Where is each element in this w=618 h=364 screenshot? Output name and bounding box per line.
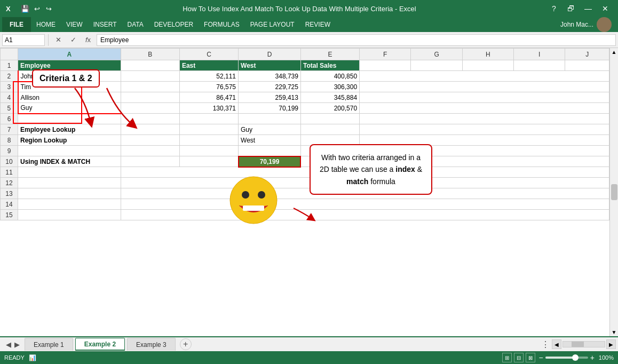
cell-b4[interactable] bbox=[121, 92, 179, 103]
cell-a4[interactable]: Allison bbox=[18, 92, 121, 103]
formula-input[interactable] bbox=[97, 34, 616, 46]
cell-c2[interactable]: 52,111 bbox=[179, 71, 238, 82]
col-header-f[interactable]: F bbox=[360, 49, 411, 60]
cell-reference-box[interactable]: A1 bbox=[2, 34, 45, 46]
col-header-d[interactable]: D bbox=[239, 49, 301, 60]
cell-e5[interactable]: 200,570 bbox=[300, 103, 359, 114]
zoom-slider-thumb[interactable] bbox=[572, 354, 579, 361]
scroll-up-button[interactable]: ▲ bbox=[612, 49, 617, 55]
page-layout-view-button[interactable]: ⊟ bbox=[514, 353, 524, 362]
cell-e1[interactable]: Total Sales bbox=[300, 60, 359, 71]
cell-c3[interactable]: 76,575 bbox=[179, 82, 238, 92]
pagelayout-menu[interactable]: PAGE LAYOUT bbox=[245, 17, 300, 32]
zoom-plus-button[interactable]: + bbox=[590, 353, 595, 362]
help-button[interactable]: ? bbox=[545, 0, 562, 17]
col-header-c[interactable]: C bbox=[179, 49, 238, 60]
h-scroll-left-button[interactable]: ◀ bbox=[552, 339, 561, 349]
cell-b9[interactable] bbox=[121, 146, 179, 156]
view-menu[interactable]: VIEW bbox=[61, 17, 88, 32]
cell-c1[interactable]: East bbox=[179, 60, 238, 71]
cell-e3[interactable]: 306,300 bbox=[300, 82, 359, 92]
tab-scroll-right-button[interactable]: ▶ bbox=[13, 341, 21, 349]
h-scroll-right-button[interactable]: ▶ bbox=[606, 339, 616, 349]
cell-b8[interactable] bbox=[121, 135, 179, 146]
cell-a12[interactable] bbox=[18, 178, 121, 188]
cell-d1[interactable]: West bbox=[239, 60, 301, 71]
cell-b6[interactable] bbox=[121, 114, 179, 124]
cell-h1[interactable] bbox=[462, 60, 513, 71]
cell-a7[interactable]: Employee Lookup bbox=[18, 124, 121, 135]
window-controls[interactable]: ? 🗗 — ✕ bbox=[545, 0, 614, 17]
cell-d8[interactable]: West bbox=[239, 135, 301, 146]
tab-example1[interactable]: Example 1 bbox=[25, 338, 73, 351]
home-menu[interactable]: HOME bbox=[31, 17, 61, 32]
scroll-thumb[interactable] bbox=[611, 184, 617, 200]
data-menu[interactable]: DATA bbox=[122, 17, 148, 32]
cell-b5[interactable] bbox=[121, 103, 179, 114]
col-header-a[interactable]: A bbox=[18, 49, 121, 60]
cell-g1[interactable] bbox=[411, 60, 462, 71]
cell-d6[interactable] bbox=[239, 114, 301, 124]
tab-example2[interactable]: Example 2 bbox=[75, 338, 125, 351]
cell-a10[interactable]: Using INDEX & MATCH bbox=[18, 156, 121, 167]
cell-c7[interactable] bbox=[179, 124, 238, 135]
cancel-formula-button[interactable]: ✕ bbox=[52, 34, 65, 46]
redo-icon[interactable]: ↪ bbox=[44, 4, 53, 13]
cell-a5[interactable]: Guy bbox=[18, 103, 121, 114]
cell-e4[interactable]: 345,884 bbox=[300, 92, 359, 103]
page-break-view-button[interactable]: ⊠ bbox=[526, 353, 535, 362]
close-button[interactable]: ✕ bbox=[597, 0, 614, 17]
cell-c4[interactable]: 86,471 bbox=[179, 92, 238, 103]
cell-d7[interactable]: Guy bbox=[239, 124, 301, 135]
col-header-b[interactable]: B bbox=[121, 49, 179, 60]
cell-d9[interactable] bbox=[239, 146, 301, 156]
col-header-h[interactable]: H bbox=[462, 49, 513, 60]
tab-example3[interactable]: Example 3 bbox=[127, 338, 176, 351]
h-scroll-track[interactable] bbox=[562, 341, 605, 347]
cell-f1[interactable] bbox=[360, 60, 411, 71]
cell-a8[interactable]: Region Lookup bbox=[18, 135, 121, 146]
cell-b10[interactable] bbox=[121, 156, 179, 167]
cell-d5[interactable]: 70,199 bbox=[239, 103, 301, 114]
review-menu[interactable]: REVIEW bbox=[300, 17, 336, 32]
cell-a9[interactable] bbox=[18, 146, 121, 156]
cell-d4[interactable]: 259,413 bbox=[239, 92, 301, 103]
confirm-formula-button[interactable]: ✓ bbox=[67, 34, 80, 46]
cell-a11[interactable] bbox=[18, 167, 121, 178]
cell-b2[interactable] bbox=[121, 71, 179, 82]
file-menu[interactable]: FILE bbox=[2, 17, 31, 32]
cell-c5[interactable]: 130,371 bbox=[179, 103, 238, 114]
cell-c6[interactable] bbox=[179, 114, 238, 124]
vertical-scrollbar[interactable]: ▲ ▼ bbox=[609, 48, 618, 336]
cell-d2[interactable]: 348,739 bbox=[239, 71, 301, 82]
add-sheet-button[interactable]: + bbox=[180, 338, 192, 350]
cell-b1[interactable] bbox=[121, 60, 179, 71]
cell-a13[interactable] bbox=[18, 188, 121, 199]
restore-button[interactable]: 🗗 bbox=[562, 0, 580, 17]
zoom-out-button[interactable]: − bbox=[538, 353, 543, 362]
cell-a15[interactable] bbox=[18, 210, 121, 220]
cell-a14[interactable] bbox=[18, 199, 121, 210]
scroll-down-button[interactable]: ▼ bbox=[612, 329, 617, 335]
formulas-menu[interactable]: FORMULAS bbox=[199, 17, 245, 32]
cell-i1[interactable] bbox=[514, 60, 565, 71]
normal-view-button[interactable]: ⊞ bbox=[502, 353, 512, 362]
h-scroll-controls[interactable]: ◀ ▶ bbox=[552, 339, 616, 349]
dots-menu[interactable]: ⋮ bbox=[541, 339, 550, 350]
cell-j1[interactable] bbox=[565, 60, 609, 71]
cell-c10[interactable] bbox=[179, 156, 238, 167]
col-header-g[interactable]: G bbox=[411, 49, 462, 60]
cell-b7[interactable] bbox=[121, 124, 179, 135]
cell-b3[interactable] bbox=[121, 82, 179, 92]
col-header-j[interactable]: J bbox=[565, 49, 609, 60]
cell-d10[interactable]: 70,199 bbox=[239, 156, 301, 167]
insert-menu[interactable]: INSERT bbox=[88, 17, 122, 32]
col-header-i[interactable]: I bbox=[514, 49, 565, 60]
cell-e6[interactable] bbox=[300, 114, 359, 124]
minimize-button[interactable]: — bbox=[580, 0, 597, 17]
cell-a6[interactable] bbox=[18, 114, 121, 124]
tab-nav-left[interactable]: ◀ ▶ bbox=[2, 341, 23, 349]
cell-c8[interactable] bbox=[179, 135, 238, 146]
save-icon[interactable]: 💾 bbox=[20, 4, 30, 13]
zoom-slider-track[interactable] bbox=[545, 357, 588, 359]
